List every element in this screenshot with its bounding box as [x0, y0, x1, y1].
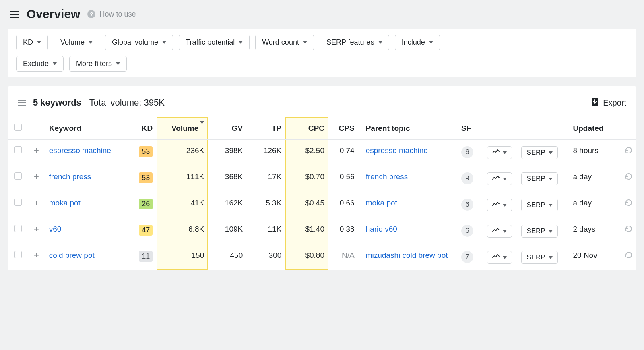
parent-topic-link[interactable]: mizudashi cold brew pot	[366, 251, 448, 259]
tp-cell: 300	[247, 244, 285, 271]
refresh-icon[interactable]	[625, 200, 633, 208]
refresh-icon[interactable]	[625, 226, 633, 234]
keyword-link[interactable]: v60	[49, 225, 62, 233]
page-title: Overview	[27, 7, 80, 21]
expand-icon[interactable]: +	[34, 250, 39, 260]
kd-badge: 47	[139, 225, 153, 236]
row-checkbox[interactable]	[14, 225, 22, 232]
col-volume[interactable]: Volume	[157, 117, 208, 140]
kd-badge: 53	[139, 146, 153, 157]
parent-topic-link[interactable]: hario v60	[366, 225, 397, 233]
gv-cell: 398K	[208, 140, 247, 166]
cps-cell: 0.66	[328, 192, 359, 218]
tp-cell: 126K	[247, 140, 285, 166]
col-sf[interactable]: SF	[457, 117, 483, 140]
sort-desc-icon	[200, 121, 204, 133]
tp-cell: 11K	[247, 218, 285, 244]
expand-icon[interactable]: +	[34, 224, 39, 234]
sparkline-icon	[492, 175, 500, 183]
kd-badge: 26	[139, 199, 153, 209]
table-row: +cold brew pot11150450300$0.80N/Amizudas…	[8, 244, 636, 271]
filter-exclude[interactable]: Exclude	[16, 56, 64, 72]
parent-topic-link[interactable]: espresso machine	[366, 146, 428, 155]
row-checkbox[interactable]	[14, 251, 22, 258]
serp-button[interactable]: SERP	[521, 225, 557, 238]
col-parent[interactable]: Parent topic	[359, 117, 457, 140]
keyword-link[interactable]: moka pot	[49, 199, 80, 207]
export-button[interactable]: Export	[591, 98, 626, 108]
export-label: Export	[603, 98, 626, 108]
filter-global-volume[interactable]: Global volume	[105, 35, 173, 50]
expand-icon[interactable]: +	[34, 198, 39, 208]
serp-button[interactable]: SERP	[521, 146, 557, 159]
row-checkbox[interactable]	[14, 199, 22, 206]
gv-cell: 450	[208, 244, 247, 271]
refresh-icon[interactable]	[625, 252, 633, 261]
col-keyword[interactable]: Keyword	[45, 117, 127, 140]
chart-button[interactable]	[487, 225, 512, 238]
volume-cell: 236K	[157, 140, 208, 166]
chevron-down-icon	[162, 41, 166, 44]
cps-cell: 0.56	[328, 166, 359, 192]
refresh-icon[interactable]	[625, 147, 633, 156]
chart-button[interactable]	[487, 172, 512, 185]
col-cpc[interactable]: CPC	[285, 117, 328, 140]
keyword-link[interactable]: cold brew pot	[49, 251, 95, 259]
list-toggle-icon[interactable]	[18, 100, 26, 106]
updated-cell: a day	[569, 192, 620, 218]
keyword-link[interactable]: french press	[49, 172, 91, 181]
col-updated[interactable]: Updated	[569, 117, 620, 140]
gv-cell: 109K	[208, 218, 247, 244]
row-checkbox[interactable]	[14, 172, 22, 180]
serp-button[interactable]: SERP	[521, 199, 557, 211]
cpc-cell: $1.40	[285, 218, 328, 244]
cps-cell: 0.38	[328, 218, 359, 244]
sf-badge[interactable]: 6	[461, 146, 473, 158]
cpc-cell: $0.70	[285, 166, 328, 192]
keywords-table: Keyword KD Volume GV TP CPC CPS Parent t…	[8, 117, 636, 270]
chart-button[interactable]	[487, 251, 512, 264]
filter-serp-features[interactable]: SERP features	[320, 35, 389, 50]
col-tp[interactable]: TP	[247, 117, 285, 140]
updated-cell: 2 days	[569, 218, 620, 244]
total-volume: Total volume: 395K	[89, 97, 165, 108]
expand-icon[interactable]: +	[34, 172, 39, 182]
serp-button[interactable]: SERP	[521, 172, 557, 185]
expand-icon[interactable]: +	[34, 145, 39, 155]
sf-badge[interactable]: 6	[461, 225, 473, 237]
help-link[interactable]: ? How to use	[87, 10, 136, 19]
menu-icon[interactable]	[10, 11, 19, 18]
parent-topic-link[interactable]: moka pot	[366, 199, 397, 207]
keyword-link[interactable]: espresso machine	[49, 146, 111, 155]
filter-traffic-potential[interactable]: Traffic potential	[179, 35, 250, 50]
chart-button[interactable]	[487, 199, 512, 211]
kd-badge: 11	[139, 251, 153, 262]
sf-badge[interactable]: 7	[461, 251, 473, 263]
sparkline-icon	[492, 201, 500, 209]
chart-button[interactable]	[487, 146, 512, 159]
cpc-cell: $0.45	[285, 192, 328, 218]
col-kd[interactable]: KD	[126, 117, 157, 140]
sf-badge[interactable]: 6	[461, 199, 473, 211]
table-row: +moka pot2641K162K5.3K$0.450.66moka pot6…	[8, 192, 636, 218]
col-cps[interactable]: CPS	[328, 117, 359, 140]
filter-volume[interactable]: Volume	[54, 35, 99, 50]
serp-button[interactable]: SERP	[521, 251, 557, 264]
volume-cell: 150	[157, 244, 208, 271]
filter-include[interactable]: Include	[395, 35, 440, 50]
filter-more-filters[interactable]: More filters	[69, 56, 127, 72]
chevron-down-icon	[549, 230, 553, 233]
filter-kd[interactable]: KD	[16, 35, 48, 50]
keyword-count: 5 keywords	[33, 97, 81, 108]
filter-word-count[interactable]: Word count	[255, 35, 314, 50]
refresh-icon[interactable]	[625, 174, 633, 182]
chevron-down-icon	[37, 41, 41, 44]
col-gv[interactable]: GV	[208, 117, 247, 140]
parent-topic-link[interactable]: french press	[366, 172, 408, 181]
chevron-down-icon	[53, 62, 57, 65]
sf-badge[interactable]: 9	[461, 172, 473, 184]
updated-cell: a day	[569, 166, 620, 192]
row-checkbox[interactable]	[14, 146, 22, 153]
results-panel: 5 keywords Total volume: 395K Export Key…	[8, 86, 636, 270]
select-all-checkbox[interactable]	[14, 124, 22, 131]
